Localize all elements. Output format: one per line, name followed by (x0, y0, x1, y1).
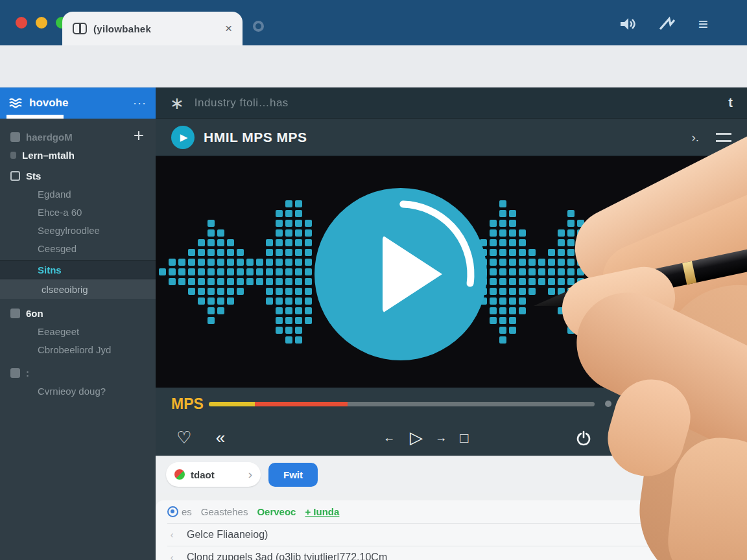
waveform-column (237, 249, 244, 295)
sidebar-item[interactable]: Ehce-a 60 (0, 203, 156, 221)
main-content: ∗ Industry ftoli…has t ▶ HMIL MPS MPS ›. (156, 88, 747, 560)
player-badge-play-icon[interactable]: ▶ (171, 126, 195, 149)
stop-icon[interactable]: □ (454, 420, 475, 456)
info-circle-icon (167, 506, 178, 517)
waveform-column (208, 220, 215, 324)
sidebar-item[interactable]: clseeoibrig (0, 279, 156, 299)
list-item[interactable]: ‹Clond zupgels 3ad (o3lib tyiutlier|772.… (167, 546, 735, 560)
add-button[interactable]: + (134, 125, 144, 146)
seek-segment-yellow (209, 402, 255, 406)
minimize-window-button[interactable] (36, 17, 47, 29)
row-mark-icon: ‹ (167, 552, 176, 560)
new-tab-indicator-icon[interactable] (253, 21, 264, 32)
waveform-column (217, 229, 224, 314)
sidebar-item-label: Seegylroodlee (38, 225, 100, 236)
sidebar-item[interactable]: Lern–mtalh (0, 146, 156, 164)
waveform-column (528, 249, 536, 295)
sidebar-title: hovohe (29, 97, 68, 110)
meta-prefix: es (182, 506, 192, 517)
waveform-column (519, 229, 526, 314)
player-stage (156, 156, 747, 388)
waveform-column (538, 259, 545, 285)
action-button[interactable]: Fwit (268, 463, 318, 487)
waveform-column (198, 239, 205, 305)
waveform-column (266, 239, 273, 305)
double-chevron-icon[interactable]: ≫ (726, 467, 737, 482)
browser-window: (yilowbahek × ≡ Ealseratattealmys (0, 0, 747, 560)
waveform-column (227, 239, 234, 305)
waves-icon (9, 97, 23, 109)
sidebar-item[interactable]: 6on (0, 304, 156, 322)
page-title: Industry ftoli…has (195, 97, 289, 110)
asterisk-icon[interactable]: ∗ (170, 95, 184, 111)
meta-green-text[interactable]: Oerveoc (257, 506, 296, 517)
sidebar-item-label: Ehce-a 60 (38, 207, 82, 218)
tab-favicon-icon (73, 23, 87, 34)
sidebar-header[interactable]: hovohe ··· (0, 88, 156, 119)
waveform-column (295, 200, 302, 344)
sidebar-item-label: Sts (26, 170, 41, 181)
sidebar-item[interactable]: Eeaegeet (0, 322, 156, 340)
waveform-column (587, 239, 594, 305)
sidebar-item[interactable]: Cvrnieoy doug? (0, 382, 156, 400)
waveform-column (305, 220, 312, 324)
browser-titlebar: (yilowbahek × ≡ (0, 0, 747, 45)
sidebar-item[interactable]: Ceesged (0, 239, 156, 257)
bottom-panel: es Geastehes Oerveoc + Iunda ‹Gelce Flia… (156, 493, 747, 560)
player-menu-icon[interactable] (716, 133, 731, 142)
waveform-column (499, 200, 506, 344)
sidebar-item-label: 6on (26, 308, 43, 319)
sidebar-item-label: : (26, 368, 29, 379)
sidebar-item[interactable]: Seegylroodlee (0, 221, 156, 239)
browser-tab[interactable]: (yilowbahek × (62, 12, 243, 45)
play-icon[interactable]: ▷ (405, 420, 428, 456)
sidebar-more-icon[interactable]: ··· (133, 97, 147, 110)
favorite-icon[interactable]: ♡ (171, 420, 197, 456)
chevron-right-icon[interactable]: › (732, 529, 735, 541)
add-link[interactable]: + Iunda (305, 506, 339, 517)
list-item[interactable]: ‹Gelce Fliaaneiog)› (167, 524, 735, 546)
sidebar-item[interactable]: Sts (0, 167, 156, 185)
waveform-column (159, 268, 166, 275)
sidebar-items: haerdgoM+Lern–mtalhStsEgdandEhce-a 60See… (0, 119, 156, 400)
sidebar-item[interactable]: : (0, 364, 156, 382)
sidebar-item-label: Sitns (38, 264, 62, 275)
rewind-icon[interactable]: « (209, 420, 232, 456)
breadcrumb[interactable]: tdaot › (166, 462, 261, 487)
sidebar-item[interactable]: Sitns (0, 260, 156, 279)
player-title: HMIL MPS MPS (204, 130, 307, 145)
previous-icon[interactable]: ← (379, 420, 399, 456)
power-icon[interactable] (572, 420, 595, 456)
seek-bar[interactable] (209, 402, 595, 406)
search-icon[interactable] (694, 467, 709, 482)
waveform-column (567, 210, 575, 334)
sidebar-item-icon (10, 171, 20, 181)
chip-icon[interactable] (606, 420, 632, 456)
player-more-icon[interactable]: ›. (691, 130, 699, 145)
waveform-column (548, 249, 555, 295)
next-icon[interactable]: → (431, 420, 451, 456)
volume-icon[interactable] (619, 16, 636, 32)
player-controls: ♡ « ← ▷ → □ (156, 420, 747, 456)
extra-icon[interactable] (643, 420, 667, 456)
menu-icon[interactable]: ≡ (698, 16, 708, 32)
chevron-right-icon: › (248, 467, 252, 482)
sidebar-item[interactable]: Egdand (0, 185, 156, 203)
close-window-button[interactable] (16, 17, 27, 29)
waveform-column (285, 200, 292, 344)
waveform-column (256, 259, 263, 285)
sidebar-item[interactable]: Cbrobeeliord Jyd (0, 340, 156, 358)
waveform-column (169, 259, 176, 285)
header-right-glyph[interactable]: t (728, 95, 733, 110)
waveform-right (480, 156, 604, 388)
waveform-column (577, 220, 584, 324)
sidebar-item-label: clseeoibrig (42, 284, 88, 295)
chevron-right-icon[interactable]: › (732, 552, 735, 560)
sidebar-item[interactable]: haerdgoM+ (0, 128, 156, 146)
signal-icon[interactable] (658, 16, 676, 32)
page-header: ∗ Industry ftoli…has t (156, 88, 747, 119)
sidebar-item-icon (10, 368, 20, 378)
sidebar-item-label: Lern–mtalh (22, 150, 75, 161)
tab-close-icon[interactable]: × (225, 21, 232, 36)
sidebar-item-label: Cbrobeeliord Jyd (38, 344, 111, 355)
